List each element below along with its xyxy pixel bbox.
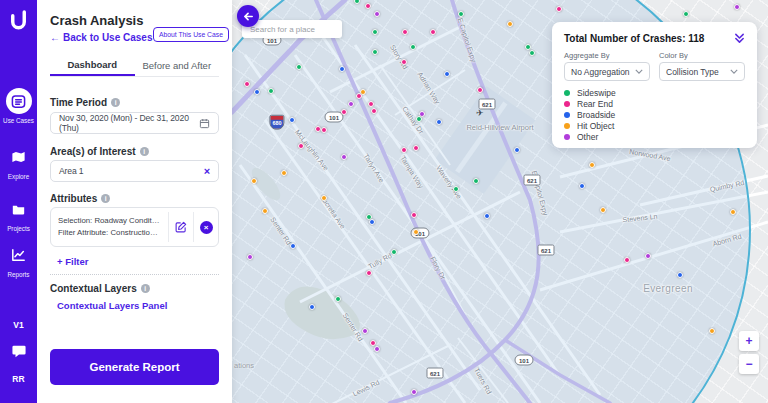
crash-dot[interactable] [453, 186, 459, 192]
crash-dot[interactable] [529, 50, 535, 56]
aggregate-by-label: Aggregate By [564, 51, 650, 60]
crash-dot[interactable] [709, 328, 715, 334]
crash-dot[interactable] [339, 66, 345, 72]
add-filter-link[interactable]: + Filter [57, 256, 88, 267]
crash-dot[interactable] [416, 116, 422, 122]
arrow-left-icon [50, 32, 63, 43]
app-logo[interactable] [7, 8, 30, 37]
crash-dot[interactable] [589, 162, 595, 168]
crash-dot[interactable] [262, 208, 268, 214]
crash-dot[interactable] [402, 29, 408, 35]
collapse-legend-icon[interactable] [734, 32, 745, 44]
crash-dot[interactable] [372, 49, 378, 55]
crash-dot[interactable] [677, 272, 683, 278]
tab-before-and-after[interactable]: Before and After [135, 55, 220, 76]
back-to-use-cases-link[interactable]: Back to Use Cases [50, 32, 153, 43]
calendar-icon[interactable] [199, 118, 210, 129]
crash-dot[interactable] [281, 170, 287, 176]
crash-dot[interactable] [556, 6, 562, 12]
remove-attribute-icon[interactable] [194, 208, 218, 246]
legend-color-dot [564, 101, 570, 107]
crash-dot[interactable] [370, 340, 376, 346]
crash-dot[interactable] [374, 11, 380, 17]
crash-dot[interactable] [374, 346, 380, 352]
edit-attribute-icon[interactable] [169, 208, 193, 246]
crash-dot[interactable] [507, 21, 513, 27]
crash-dot[interactable] [413, 229, 419, 235]
crash-dot[interactable] [734, 4, 740, 10]
generate-report-button[interactable]: Generate Report [50, 349, 219, 385]
crash-dot[interactable] [341, 154, 347, 160]
map-search-box [242, 20, 342, 38]
about-use-case-button[interactable]: About This Use Case [153, 27, 229, 42]
crash-dot[interactable] [365, 3, 371, 9]
collapse-panel-button[interactable] [237, 5, 259, 27]
crash-dot[interactable] [484, 213, 490, 219]
crash-dot[interactable] [341, 109, 347, 115]
time-period-field[interactable]: Nov 30, 2020 (Mon) - Dec 31, 2020 (Thu) [50, 112, 219, 134]
crash-dot[interactable] [624, 257, 630, 263]
crash-dot[interactable] [683, 11, 689, 17]
folder-icon [6, 196, 32, 222]
crash-dot[interactable] [411, 389, 417, 395]
crash-dot[interactable] [600, 207, 606, 213]
crash-dot[interactable] [579, 183, 585, 189]
crash-dot[interactable] [321, 195, 327, 201]
area-of-interest-field[interactable]: Area 1 [50, 160, 219, 182]
crash-dot[interactable] [525, 44, 531, 50]
search-input[interactable] [242, 25, 342, 34]
crash-dot[interactable] [514, 147, 520, 153]
crash-dot[interactable] [444, 71, 450, 77]
crash-dot[interactable] [413, 145, 419, 151]
crash-dot[interactable] [356, 93, 362, 99]
crash-dot[interactable] [645, 253, 651, 259]
sidebar-item-explore[interactable]: Explore [0, 144, 37, 180]
crash-dot[interactable] [411, 212, 417, 218]
clear-area-icon[interactable] [204, 165, 210, 177]
crash-dot[interactable] [298, 143, 304, 149]
crash-dot[interactable] [477, 87, 483, 93]
crash-dot[interactable] [436, 119, 442, 125]
sidebar-item-reports[interactable]: Reports [0, 242, 37, 278]
zoom-out-button[interactable]: − [739, 354, 759, 374]
tab-dashboard[interactable]: Dashboard [50, 55, 135, 76]
crash-dot[interactable] [244, 81, 250, 87]
crash-dot[interactable] [372, 29, 378, 35]
crash-dot[interactable] [348, 101, 354, 107]
crash-dot[interactable] [430, 29, 436, 35]
crash-dot[interactable] [254, 89, 260, 95]
crash-dot[interactable] [401, 147, 407, 153]
crash-dot[interactable] [335, 296, 341, 302]
contextual-layers-panel-link[interactable]: Contextual Layers Panel [57, 300, 167, 311]
sidebar-item-label: Reports [7, 271, 29, 278]
crash-dot[interactable] [369, 219, 375, 225]
crash-dot[interactable] [473, 178, 479, 184]
crash-dot[interactable] [401, 59, 407, 65]
crash-dot[interactable] [730, 209, 736, 215]
aggregate-by-select[interactable]: No Aggregation [564, 62, 650, 81]
crash-dot[interactable] [309, 304, 315, 310]
color-by-select[interactable]: Collision Type [659, 62, 745, 81]
sidebar-item-projects[interactable]: Projects [0, 196, 37, 232]
chat-icon[interactable] [0, 344, 37, 358]
crash-dot[interactable] [315, 126, 321, 132]
crash-dot[interactable] [458, 11, 464, 17]
crash-dot[interactable] [251, 178, 257, 184]
crash-dot[interactable] [368, 101, 374, 107]
crash-dot[interactable] [290, 243, 296, 249]
crash-dot[interactable] [296, 64, 302, 70]
crash-dot[interactable] [247, 254, 253, 260]
version-label[interactable]: V1 [0, 320, 37, 330]
crash-dot[interactable] [366, 270, 372, 276]
crash-dot[interactable] [289, 117, 295, 123]
crash-dot[interactable] [410, 44, 416, 50]
crash-dot[interactable] [354, 0, 360, 4]
crash-dot[interactable] [391, 249, 397, 255]
sidebar-item-use-cases[interactable]: Use Cases [0, 88, 37, 124]
crash-dot[interactable] [321, 127, 327, 133]
user-initials[interactable]: RR [0, 374, 37, 384]
crash-dot[interactable] [268, 88, 274, 94]
crash-dot[interactable] [362, 328, 368, 334]
crash-dot[interactable] [371, 108, 377, 114]
zoom-in-button[interactable]: + [739, 331, 759, 351]
